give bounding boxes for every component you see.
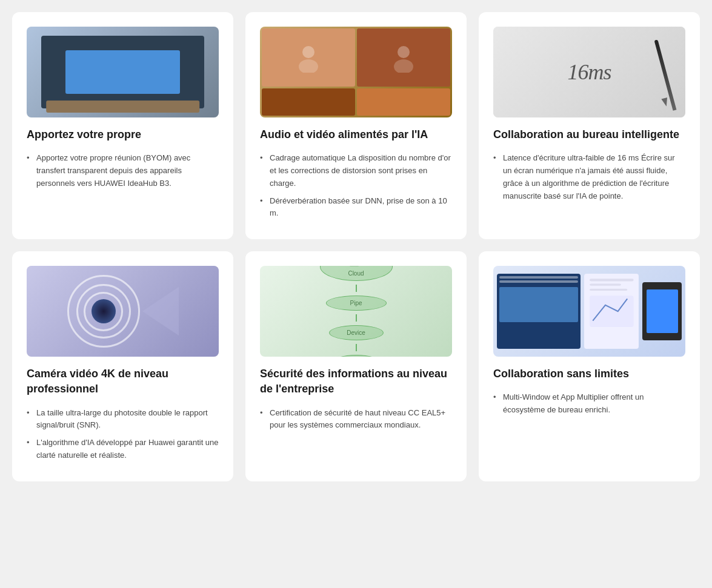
card-byom: Apportez votre propre Apportez votre pro… [12, 12, 233, 239]
card-security-title: Sécurité des informations au niveau de l… [260, 366, 452, 397]
cloud-label: Cloud [333, 270, 380, 277]
card-camera-image [27, 266, 219, 357]
video-tile-1 [262, 28, 355, 87]
card-audio-video-body: Cadrage automatique La disposition du no… [260, 152, 452, 225]
camera-lens-group [67, 275, 179, 348]
list-item: L'algorithme d'IA développé par Huawei g… [27, 437, 219, 462]
pen-label: 16ms [567, 59, 611, 85]
svg-point-0 [302, 46, 314, 58]
svg-rect-7 [590, 284, 621, 286]
card-collab-limitless: Collaboration sans limites Multi-Window … [479, 251, 700, 481]
svg-marker-4 [142, 287, 179, 335]
card-byom-image [27, 27, 219, 117]
svg-point-2 [398, 46, 410, 58]
card-security: Cloud Pipe Device Chip Sécuri [245, 251, 467, 481]
svg-point-3 [394, 59, 413, 73]
lens-outer [67, 275, 140, 348]
card-camera: Caméra vidéo 4K de niveau professionnel … [12, 251, 233, 481]
card-audio-video: Audio et vidéo alimentés par l'IA Cadrag… [245, 12, 467, 239]
card-collab-smart: 16ms Collaboration au bureau intelligent… [479, 12, 700, 239]
list-item: La taille ultra-large du photosite doubl… [27, 407, 219, 432]
card-collab-smart-title: Collaboration au bureau intelligente [493, 127, 685, 142]
card-byom-title: Apportez votre propre [27, 127, 219, 142]
svg-rect-6 [590, 279, 633, 281]
collab-monitor [497, 274, 581, 349]
lens-inner [84, 292, 123, 331]
list-item: Apportez votre propre réunion (BYOM) ave… [27, 152, 219, 190]
list-item: Déréverbération basée sur DNN, prise de … [260, 195, 452, 220]
security-connector-3 [356, 344, 357, 351]
security-device-layer: Device [329, 325, 384, 340]
security-chip-layer: Chip [332, 355, 381, 357]
security-pipe-layer: Pipe [326, 296, 387, 311]
lens-mid [76, 284, 131, 339]
card-collab-limitless-title: Collaboration sans limites [493, 366, 685, 382]
features-grid: Apportez votre propre Apportez votre pro… [12, 12, 700, 481]
collab-tablet [642, 282, 682, 341]
security-layers: Cloud Pipe Device Chip [320, 266, 393, 357]
list-item: Cadrage automatique La disposition du no… [260, 152, 452, 190]
card-byom-body: Apportez votre propre réunion (BYOM) ave… [27, 152, 219, 194]
security-cloud-layer: Cloud [320, 266, 393, 281]
pen-tip-icon [661, 97, 669, 107]
collab-whiteboard [584, 274, 639, 349]
device-label: Device [342, 329, 371, 336]
card-security-image: Cloud Pipe Device Chip [260, 266, 452, 357]
pipe-label: Pipe [339, 300, 374, 306]
card-collab-limitless-image [493, 266, 685, 357]
card-audio-video-image [260, 27, 452, 117]
svg-rect-8 [590, 289, 627, 291]
card-audio-video-title: Audio et vidéo alimentés par l'IA [260, 127, 452, 142]
video-tile-2 [357, 28, 450, 87]
card-camera-title: Caméra vidéo 4K de niveau professionnel [27, 366, 219, 397]
card-camera-body: La taille ultra-large du photosite doubl… [27, 407, 219, 467]
svg-rect-9 [590, 296, 633, 327]
lens-core [91, 299, 116, 323]
screen-line-2 [499, 280, 578, 283]
list-item: Latence d'écriture ultra-faible de 16 ms… [493, 152, 685, 202]
screen-content [499, 287, 578, 322]
tablet-screen [647, 289, 678, 333]
security-connector-2 [356, 314, 357, 322]
list-item: Certification de sécurité de haut niveau… [260, 407, 452, 432]
video-tile-4 [357, 88, 450, 116]
screen-line-1 [499, 276, 578, 279]
svg-point-1 [299, 59, 318, 73]
card-collab-limitless-body: Multi-Window et App Multiplier offrent u… [493, 391, 685, 421]
card-collab-smart-body: Latence d'écriture ultra-faible de 16 ms… [493, 152, 685, 207]
card-collab-smart-image: 16ms [493, 27, 685, 117]
video-tile-3 [262, 88, 355, 116]
security-connector-1 [356, 285, 357, 292]
card-security-body: Certification de sécurité de haut niveau… [260, 407, 452, 437]
list-item: Multi-Window et App Multiplier offrent u… [493, 391, 685, 417]
camera-beam-icon [142, 287, 179, 335]
